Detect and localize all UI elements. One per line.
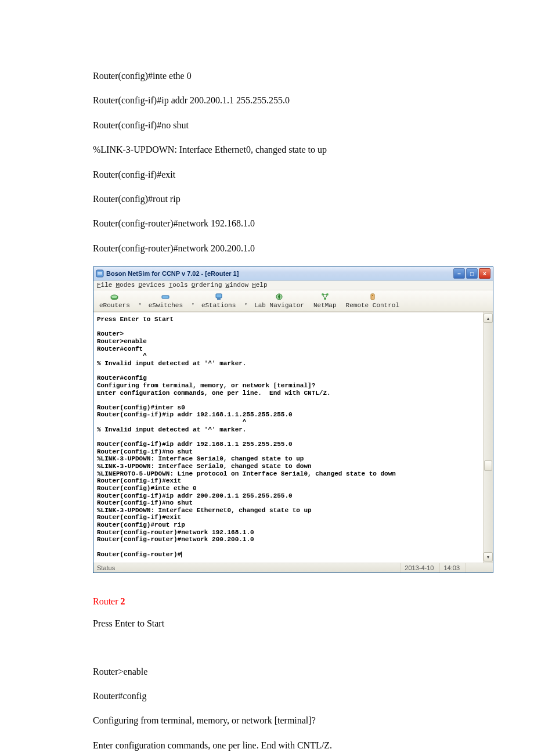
toolbar-estations[interactable]: eStations [199, 292, 238, 309]
svg-rect-13 [372, 295, 373, 296]
switch-icon [161, 292, 170, 301]
app-icon [96, 269, 104, 278]
toolbar-remote-control[interactable]: Remote Control [344, 292, 402, 309]
app-window: Boson NetSim for CCNP v 7.02 - [eRouter … [93, 267, 493, 573]
scroll-track[interactable] [484, 323, 493, 552]
menu-devices[interactable]: Devices [138, 282, 165, 289]
doc-line: Press Enter to Start [93, 617, 441, 630]
remote-icon [368, 292, 377, 301]
netmap-icon [320, 292, 330, 301]
doc-line: Router(config-if)#ip addr 200.200.1.1 25… [93, 94, 441, 107]
close-button[interactable]: × [479, 268, 490, 279]
svg-rect-7 [217, 298, 221, 300]
toolbar-erouters[interactable]: eRouters [97, 292, 132, 309]
dropdown-arrow-icon[interactable]: ▾ [244, 301, 247, 307]
doc-line: Configuring from terminal, memory, or ne… [93, 714, 441, 727]
router-icon [110, 292, 119, 301]
terminal-output[interactable]: Press Enter to Start Router> Router>enab… [93, 312, 483, 563]
doc-line: Enter configuration commands, one per li… [93, 739, 441, 752]
svg-point-4 [111, 295, 118, 298]
menu-modes[interactable]: Modes [116, 282, 135, 289]
svg-rect-12 [371, 294, 374, 300]
station-icon [214, 292, 223, 301]
menu-ordering[interactable]: Ordering [192, 282, 222, 289]
toolbar-netmap[interactable]: NetMap [311, 292, 339, 309]
toolbar-eswitches[interactable]: eSwitches [146, 292, 185, 309]
minimize-button[interactable]: – [453, 268, 465, 279]
dropdown-arrow-icon[interactable]: ▾ [192, 301, 194, 307]
menubar: File Modes Devices Tools Ordering Window… [93, 280, 493, 290]
titlebar[interactable]: Boson NetSim for CCNP v 7.02 - [eRouter … [93, 267, 493, 280]
doc-line: Router(config-if)#exit [93, 168, 441, 181]
menu-window[interactable]: Window [226, 282, 249, 289]
menu-file[interactable]: File [97, 282, 112, 289]
svg-rect-2 [98, 273, 102, 275]
svg-rect-5 [162, 296, 169, 298]
scroll-up-button[interactable]: ▴ [484, 314, 493, 323]
terminal-cursor [181, 552, 182, 557]
window-title: Boson NetSim for CCNP v 7.02 - [eRouter … [106, 270, 453, 277]
menu-help[interactable]: Help [252, 282, 267, 289]
doc-line: %LINK-3-UPDOWN: Interface Ethernet0, cha… [93, 143, 441, 156]
scrollbar[interactable]: ▴ ▾ [483, 312, 493, 563]
navigator-icon [275, 292, 284, 301]
scroll-thumb[interactable] [484, 460, 492, 471]
statusbar: Status 2013-4-10 14:03 [93, 563, 493, 573]
doc-line: Router>enable [93, 665, 441, 678]
doc-line [93, 642, 441, 654]
status-spacer [466, 563, 493, 573]
doc-line: Router(config-if)#no shut [93, 119, 441, 132]
doc-line: Router(config)#inte ethe 0 [93, 70, 441, 82]
doc-line: Router(config-router)#network 192.168.1.… [93, 217, 441, 230]
status-time: 14:03 [440, 563, 466, 573]
doc-line: Router(config-router)#network 200.200.1.… [93, 242, 441, 255]
doc-line: Router#config [93, 690, 441, 703]
menu-tools[interactable]: Tools [169, 282, 188, 289]
status-label: Status [93, 563, 401, 573]
scroll-down-button[interactable]: ▾ [484, 552, 493, 561]
dropdown-arrow-icon[interactable]: ▾ [139, 301, 142, 307]
doc-line: Router(config)#rout rip [93, 193, 441, 206]
router2-heading: Router 2 [93, 596, 441, 607]
maximize-button[interactable]: □ [466, 268, 478, 279]
toolbar: eRouters ▾ eSwitches ▾ eStations ▾ Lab N… [93, 290, 493, 312]
svg-rect-1 [98, 272, 102, 273]
status-date: 2013-4-10 [401, 563, 440, 573]
svg-rect-6 [216, 294, 222, 298]
toolbar-lab-navigator[interactable]: Lab Navigator [252, 292, 306, 309]
